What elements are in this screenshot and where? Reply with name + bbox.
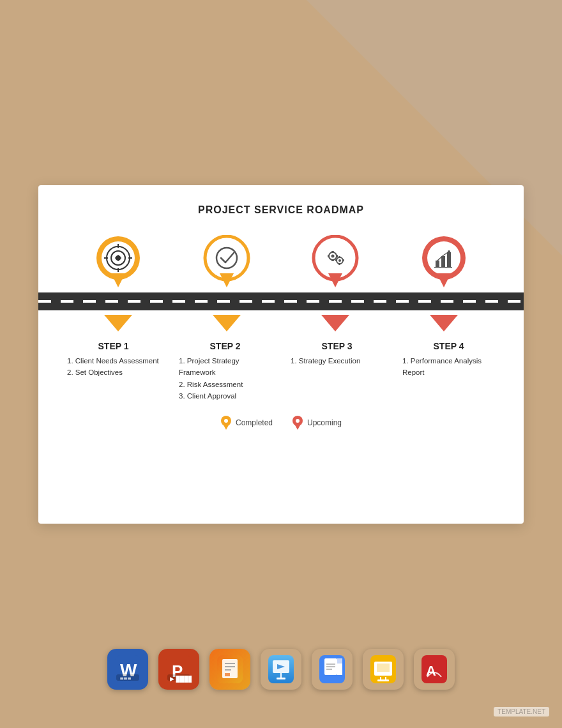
step4-unit (395, 235, 494, 292)
legend-upcoming: Upcoming (292, 415, 342, 430)
step3-unit (286, 235, 385, 292)
step1-content: STEP 1 1. Client Needs Assessment 2. Set… (64, 335, 163, 379)
svg-point-19 (338, 259, 341, 262)
road (38, 292, 524, 310)
svg-rect-31 (436, 261, 439, 267)
svg-marker-36 (437, 273, 451, 287)
pin3-svg (310, 235, 360, 292)
watermark: TEMPLATE.NET (494, 707, 549, 717)
svg-marker-38 (223, 424, 229, 430)
pin4-svg (419, 235, 469, 292)
arrow4 (430, 315, 458, 331)
card-title: PROJECT SERVICE ROADMAP (64, 204, 498, 216)
step3-items: 1. Strategy Execution (287, 355, 386, 367)
svg-rect-75 (377, 679, 389, 681)
step4-pin (418, 235, 469, 292)
svg-rect-60 (277, 678, 285, 679)
road-dashes (38, 300, 524, 303)
svg-point-17 (331, 255, 335, 258)
step2-content: STEP 2 1. Project Strategy Framework 2. … (176, 335, 275, 402)
svg-point-11 (210, 241, 243, 275)
arrow4-wrap (395, 312, 494, 335)
steps-content: STEP 1 1. Client Needs Assessment 2. Set… (64, 335, 498, 402)
step3-content: STEP 3 1. Strategy Execution (287, 335, 386, 367)
pages-icon[interactable] (209, 649, 250, 690)
step4-label: STEP 4 (434, 341, 464, 351)
step4-content: STEP 4 1. Performance Analysis Report (399, 335, 498, 379)
pin2-svg (202, 235, 252, 292)
step3-item1: 1. Strategy Execution (291, 355, 386, 367)
svg-text:≡≡≡: ≡≡≡ (120, 675, 132, 682)
step1-item2: 2. Set Objectives (67, 367, 163, 378)
arrow1-wrap (69, 312, 168, 335)
pin1-svg (93, 235, 143, 292)
svg-point-42 (296, 419, 300, 423)
upcoming-label: Upcoming (307, 418, 342, 427)
svg-rect-66 (337, 664, 342, 675)
svg-rect-27 (342, 259, 344, 261)
powerpoint-icon[interactable]: P ▶ ████ (158, 649, 199, 690)
svg-rect-25 (338, 263, 340, 265)
svg-text:▶ ████: ▶ ████ (170, 675, 192, 683)
step1-label: STEP 1 (98, 341, 129, 351)
step2-item2: 2. Risk Assessment (179, 379, 275, 390)
step2-items: 1. Project Strategy Framework 2. Risk As… (176, 355, 275, 402)
step2-unit (178, 235, 277, 292)
step2-label: STEP 2 (210, 341, 241, 351)
svg-rect-56 (225, 673, 230, 676)
arrows-row (64, 312, 498, 335)
svg-rect-72 (377, 664, 390, 672)
upcoming-pin-icon (292, 415, 303, 430)
completed-pin-icon (220, 415, 232, 430)
step3-label: STEP 3 (322, 341, 353, 351)
gslides-icon[interactable] (363, 649, 404, 690)
svg-marker-41 (294, 424, 301, 430)
roadmap-card: PROJECT SERVICE ROADMAP (38, 185, 524, 524)
app-toolbar: W ≡≡≡ P ▶ ████ (0, 649, 562, 690)
svg-rect-22 (328, 255, 330, 257)
step4-items: 1. Performance Analysis Report (399, 355, 498, 379)
legend-completed: Completed (220, 415, 273, 430)
svg-point-35 (448, 250, 450, 253)
svg-rect-24 (338, 256, 340, 258)
arrow2 (213, 315, 241, 331)
svg-rect-23 (336, 255, 338, 257)
svg-rect-33 (447, 252, 451, 267)
step1-items: 1. Client Needs Assessment 2. Set Object… (64, 355, 163, 379)
svg-rect-26 (335, 259, 337, 261)
gdocs-icon[interactable] (312, 649, 353, 690)
step2-item3: 3. Client Approval (179, 390, 275, 402)
step2-item1: 1. Project Strategy Framework (179, 355, 275, 379)
svg-rect-32 (441, 256, 445, 267)
step1-unit (69, 235, 168, 292)
keynote-icon[interactable] (261, 649, 301, 690)
word-icon[interactable]: W ≡≡≡ (107, 649, 148, 690)
svg-marker-9 (111, 273, 125, 287)
icons-row (64, 235, 498, 292)
acrobat-icon[interactable]: A (414, 649, 455, 690)
arrow3 (321, 315, 349, 331)
svg-point-39 (224, 419, 228, 423)
legend-row: Completed Upcoming (64, 415, 498, 430)
step4-item1: 1. Performance Analysis Report (402, 355, 498, 379)
step1-pin (93, 235, 144, 292)
arrow3-wrap (286, 312, 385, 335)
svg-rect-21 (331, 259, 334, 261)
step1-item1: 1. Client Needs Assessment (67, 355, 163, 367)
arrow1 (104, 315, 132, 331)
completed-label: Completed (236, 418, 273, 427)
step2-pin (201, 235, 252, 292)
road-surface (38, 292, 524, 310)
svg-rect-20 (331, 251, 334, 253)
svg-rect-65 (337, 658, 342, 664)
step3-pin (310, 235, 361, 292)
arrow2-wrap (178, 312, 277, 335)
